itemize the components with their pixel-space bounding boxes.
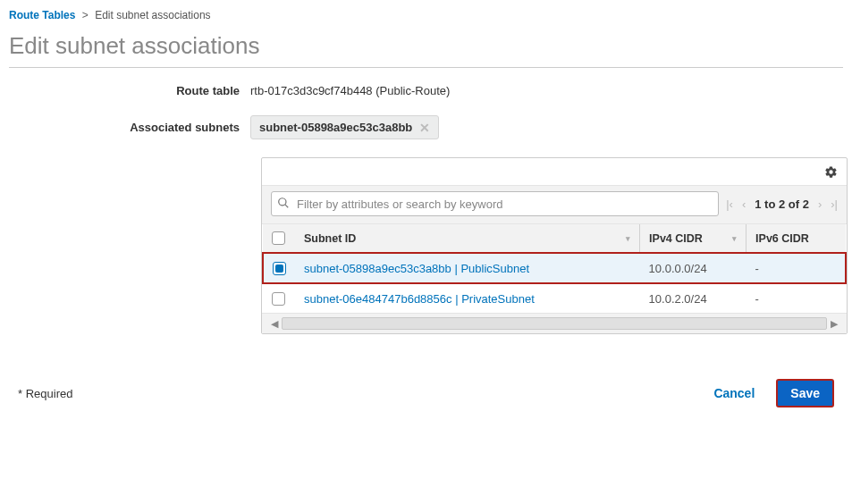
table-row[interactable]: subnet-05898a9ec53c3a8bb | PublicSubnet …	[263, 253, 846, 283]
ipv4-cell: 10.0.0.0/24	[640, 253, 747, 283]
subnet-table-panel: |‹ ‹ 1 to 2 of 2 › ›| Subnet ID	[261, 157, 848, 334]
select-all-checkbox[interactable]	[272, 231, 285, 245]
search-input[interactable]	[295, 197, 713, 212]
search-box[interactable]	[271, 191, 719, 216]
pager-last-icon[interactable]: ›|	[831, 197, 838, 211]
scroll-right-icon[interactable]: ▶	[827, 318, 841, 330]
search-icon	[277, 197, 295, 212]
route-table-value: rtb-017c3d3c9cf74b448 (Public-Route)	[250, 84, 450, 97]
ipv6-cell: -	[747, 283, 846, 313]
breadcrumb-root[interactable]: Route Tables	[9, 9, 75, 21]
col-ipv4[interactable]: IPv4 CIDR	[649, 232, 703, 245]
pager-next-icon[interactable]: ›	[818, 197, 822, 211]
cancel-button[interactable]: Cancel	[708, 385, 760, 401]
col-subnet-id[interactable]: Subnet ID	[304, 232, 356, 245]
ipv4-cell: 10.0.2.0/24	[640, 283, 747, 313]
scroll-left-icon[interactable]: ◀	[267, 318, 282, 330]
row-checkbox[interactable]	[273, 262, 286, 275]
chip-remove-icon[interactable]: ✕	[419, 122, 430, 134]
horizontal-scrollbar[interactable]: ◀ ▶	[262, 313, 847, 333]
subnet-link[interactable]: subnet-06e484747b6d8856c | PrivateSubnet	[304, 292, 535, 306]
required-note: * Required	[18, 387, 72, 400]
associated-subnet-chip[interactable]: subnet-05898a9ec53c3a8bb ✕	[250, 115, 439, 139]
pager-range: 1 to 2 of 2	[755, 197, 809, 211]
ipv6-cell: -	[747, 253, 846, 283]
breadcrumb-current: Edit subnet associations	[95, 9, 210, 21]
scroll-track[interactable]	[282, 317, 827, 330]
pager-prev-icon[interactable]: ‹	[742, 197, 746, 211]
save-button[interactable]: Save	[776, 379, 834, 407]
col-ipv6[interactable]: IPv6 CIDR	[755, 232, 809, 245]
associated-subnets-label: Associated subnets	[9, 121, 250, 134]
table-row[interactable]: subnet-06e484747b6d8856c | PrivateSubnet…	[263, 283, 846, 313]
pager-first-icon[interactable]: |‹	[726, 197, 733, 211]
subnet-link[interactable]: subnet-05898a9ec53c3a8bb | PublicSubnet	[304, 262, 529, 275]
row-checkbox[interactable]	[272, 292, 285, 306]
page-title: Edit subnet associations	[9, 32, 843, 60]
route-table-label: Route table	[9, 84, 250, 97]
chip-text: subnet-05898a9ec53c3a8bb	[259, 121, 412, 134]
sort-caret-icon[interactable]: ▾	[626, 234, 630, 243]
breadcrumb-sep: >	[82, 9, 89, 21]
pager: |‹ ‹ 1 to 2 of 2 › ›|	[726, 197, 838, 211]
breadcrumb: Route Tables > Edit subnet associations	[9, 5, 843, 29]
gear-icon[interactable]	[824, 168, 838, 181]
sort-caret-icon[interactable]: ▾	[732, 234, 737, 243]
